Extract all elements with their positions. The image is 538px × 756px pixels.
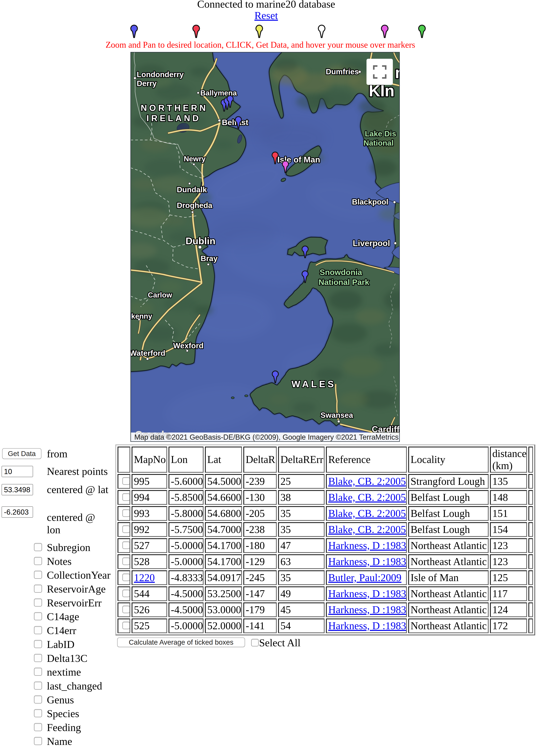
svg-text:National Park: National Park (318, 278, 369, 286)
svg-text:National: National (363, 139, 394, 147)
svg-text:Swansea: Swansea (320, 411, 353, 420)
svg-text:NORTHERN: NORTHERN (141, 103, 208, 113)
svg-text:Lake Dis: Lake Dis (365, 129, 396, 138)
svg-text:n: n (395, 64, 400, 81)
svg-text:IRELAND: IRELAND (146, 113, 201, 123)
svg-text:Londonderry: Londonderry (137, 70, 184, 79)
svg-text:Newry: Newry (184, 155, 206, 163)
svg-text:Wexford: Wexford (173, 341, 203, 350)
svg-text:Map data ©2021 GeoBasis-DE/BKG: Map data ©2021 GeoBasis-DE/BKG (©2009), … (134, 433, 399, 441)
svg-text:Bray: Bray (201, 254, 218, 263)
svg-text:Carlow: Carlow (148, 291, 172, 299)
svg-text:Kilkenny: Kilkenny (131, 312, 152, 320)
svg-text:Blackpool: Blackpool (352, 198, 388, 206)
svg-text:Dundalk: Dundalk (177, 185, 207, 194)
svg-text:Liverpool: Liverpool (353, 239, 390, 248)
svg-text:Derry: Derry (137, 79, 157, 88)
svg-text:Dumfries: Dumfries (326, 67, 359, 76)
svg-text:Drogheda: Drogheda (177, 201, 212, 210)
svg-text:Waterford: Waterford (131, 349, 165, 357)
svg-text:Dublin: Dublin (186, 235, 215, 246)
svg-text:Snowdonia: Snowdonia (320, 268, 362, 277)
svg-text:WALES: WALES (292, 379, 336, 389)
